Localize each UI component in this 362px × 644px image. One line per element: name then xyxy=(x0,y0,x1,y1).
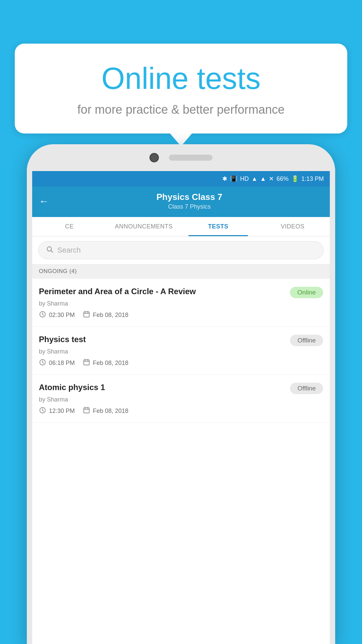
test-item[interactable]: Physics test Offline by Sharma 06:18 PM xyxy=(32,327,330,375)
header-title-area: Physics Class 7 Class 7 Physics xyxy=(56,192,323,210)
clock-icon xyxy=(39,407,46,416)
test-date: Feb 08, 2018 xyxy=(93,360,128,367)
tab-tests[interactable]: TESTS xyxy=(181,217,255,236)
phone-camera xyxy=(149,153,159,162)
app-header: ← Physics Class 7 Class 7 Physics xyxy=(32,186,330,217)
status-badge: Online xyxy=(290,287,323,298)
tab-bar: CE ANNOUNCEMENTS TESTS VIDEOS xyxy=(32,217,330,236)
vibrate-icon: 📳 xyxy=(230,175,237,182)
clock-icon xyxy=(39,359,46,368)
time-meta: 12:30 PM xyxy=(39,407,75,416)
signal-icon: ▲ xyxy=(260,175,266,182)
svg-line-1 xyxy=(51,251,53,252)
back-button[interactable]: ← xyxy=(39,196,49,207)
battery-icon: 🔋 xyxy=(291,175,299,182)
promo-card: Online tests for more practice & better … xyxy=(15,44,347,133)
battery-text: 66% xyxy=(277,175,289,182)
status-badge: Offline xyxy=(290,383,323,394)
search-icon xyxy=(46,246,53,255)
test-meta: 06:18 PM Feb 08, 2018 xyxy=(39,359,323,368)
status-badge: Offline xyxy=(290,335,323,346)
test-author: by Sharma xyxy=(39,396,323,403)
search-placeholder: Search xyxy=(57,246,81,255)
tab-ce[interactable]: CE xyxy=(32,217,107,236)
signal-x-icon: ✕ xyxy=(269,175,274,182)
test-name: Atomic physics 1 xyxy=(39,382,285,392)
phone-top-bar xyxy=(27,144,335,171)
test-item[interactable]: Perimeter and Area of a Circle - A Revie… xyxy=(32,279,330,327)
bluetooth-icon: ✱ xyxy=(222,175,227,182)
phone-screen: ✱ 📳 HD ▲ ▲ ✕ 66% 🔋 1:13 PM ← Physics Cla… xyxy=(32,171,330,644)
svg-rect-8 xyxy=(84,360,89,365)
time-meta: 06:18 PM xyxy=(39,359,75,368)
calendar-icon xyxy=(83,359,90,368)
header-breadcrumb: Class 7 Physics xyxy=(56,203,323,210)
promo-subtitle: for more practice & better performance xyxy=(35,103,327,117)
test-item[interactable]: Atomic physics 1 Offline by Sharma 12:30… xyxy=(32,375,330,423)
test-time: 06:18 PM xyxy=(49,360,75,367)
status-bar-content: ✱ 📳 HD ▲ ▲ ✕ 66% 🔋 1:13 PM xyxy=(222,175,324,182)
clock-icon xyxy=(39,311,46,320)
tab-videos[interactable]: VIDEOS xyxy=(255,217,330,236)
date-meta: Feb 08, 2018 xyxy=(83,407,128,416)
test-time: 12:30 PM xyxy=(49,408,75,415)
wifi-icon: ▲ xyxy=(251,175,257,182)
test-meta: 12:30 PM Feb 08, 2018 xyxy=(39,407,323,416)
ongoing-section-header: ONGOING (4) xyxy=(32,264,330,279)
hd-badge: HD xyxy=(240,175,249,182)
test-date: Feb 08, 2018 xyxy=(93,408,128,415)
date-meta: Feb 08, 2018 xyxy=(83,311,128,320)
header-title: Physics Class 7 xyxy=(56,192,323,202)
date-meta: Feb 08, 2018 xyxy=(83,359,128,368)
calendar-icon xyxy=(83,407,90,416)
phone-speaker xyxy=(169,155,213,161)
test-author: by Sharma xyxy=(39,348,323,355)
svg-rect-13 xyxy=(84,408,89,413)
search-bar[interactable]: Search xyxy=(38,241,324,259)
time-text: 1:13 PM xyxy=(301,175,324,182)
search-container: Search xyxy=(32,236,330,264)
time-meta: 02:30 PM xyxy=(39,311,75,320)
calendar-icon xyxy=(83,311,90,320)
test-list: Perimeter and Area of a Circle - A Revie… xyxy=(32,279,330,644)
test-author: by Sharma xyxy=(39,300,323,307)
tab-announcements[interactable]: ANNOUNCEMENTS xyxy=(107,217,181,236)
test-name: Physics test xyxy=(39,334,285,344)
status-bar: ✱ 📳 HD ▲ ▲ ✕ 66% 🔋 1:13 PM xyxy=(32,171,330,186)
test-time: 02:30 PM xyxy=(49,312,75,319)
promo-title: Online tests xyxy=(35,62,327,95)
phone-frame: ✱ 📳 HD ▲ ▲ ✕ 66% 🔋 1:13 PM ← Physics Cla… xyxy=(27,144,335,644)
test-name: Perimeter and Area of a Circle - A Revie… xyxy=(39,286,285,297)
test-date: Feb 08, 2018 xyxy=(93,312,128,319)
svg-rect-3 xyxy=(84,312,89,317)
test-meta: 02:30 PM Feb 08, 2018 xyxy=(39,311,323,320)
